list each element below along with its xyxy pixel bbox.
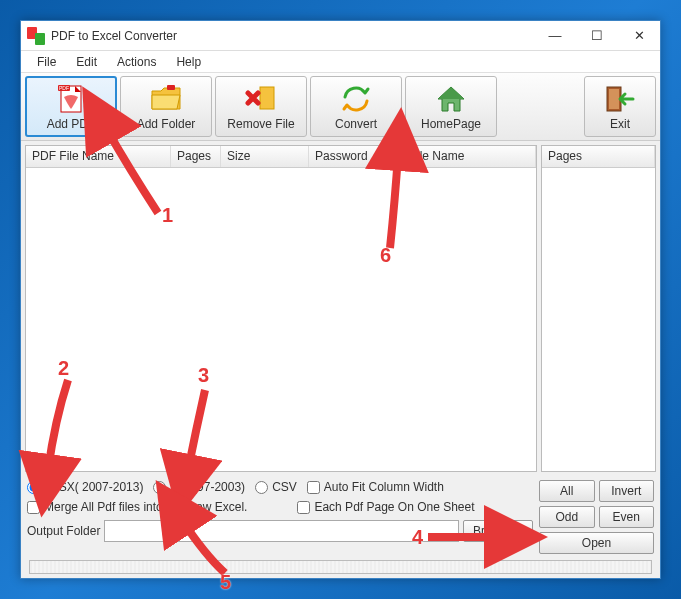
folder-icon <box>149 83 183 115</box>
app-icon <box>27 27 45 45</box>
svg-rect-4 <box>167 85 175 90</box>
annotation-5: 5 <box>220 571 231 594</box>
annotation-1: 1 <box>162 204 173 227</box>
radio-xls[interactable]: XLS(97-2003) <box>153 480 245 494</box>
pages-list[interactable]: Pages <box>541 145 656 472</box>
col-side-pages[interactable]: Pages <box>542 146 655 167</box>
merge-row: Merge All Pdf files into one new Excel. … <box>27 500 533 514</box>
maximize-button[interactable]: ☐ <box>576 21 618 51</box>
output-folder-input[interactable] <box>104 520 459 542</box>
add-pdf-button[interactable]: PDF Add PDF <box>25 76 117 137</box>
minimize-button[interactable]: — <box>534 21 576 51</box>
check-autofit[interactable]: Auto Fit Column Width <box>307 480 444 494</box>
even-button[interactable]: Even <box>599 506 655 528</box>
svg-marker-7 <box>438 87 464 99</box>
window-controls: — ☐ ✕ <box>534 21 660 51</box>
pages-list-header: Pages <box>542 146 655 168</box>
file-list[interactable]: PDF File Name Pages Size Password Full F… <box>25 145 537 472</box>
content-area: PDF File Name Pages Size Password Full F… <box>21 141 660 476</box>
exit-label: Exit <box>610 117 630 131</box>
page-select-buttons: All Invert Odd Even Open <box>539 480 654 554</box>
annotation-6: 6 <box>380 244 391 267</box>
remove-file-button[interactable]: Remove File <box>215 76 307 137</box>
options-panel: XLSX( 2007-2013) XLS(97-2003) CSV Auto F… <box>21 476 660 578</box>
open-button[interactable]: Open <box>539 532 654 554</box>
convert-icon <box>339 83 373 115</box>
titlebar: PDF to Excel Converter — ☐ ✕ <box>21 21 660 51</box>
output-label: Output Folder <box>27 524 100 538</box>
add-pdf-label: Add PDF <box>47 117 96 131</box>
app-window: PDF to Excel Converter — ☐ ✕ File Edit A… <box>20 20 661 579</box>
annotation-4: 4 <box>412 526 423 549</box>
add-folder-button[interactable]: Add Folder <box>120 76 212 137</box>
progress-bar <box>29 560 652 574</box>
remove-file-label: Remove File <box>227 117 294 131</box>
svg-rect-9 <box>609 89 619 109</box>
close-button[interactable]: ✕ <box>618 21 660 51</box>
svg-text:PDF: PDF <box>59 85 69 91</box>
check-each-page[interactable]: Each Pdf Page On One Sheet <box>297 500 474 514</box>
toolbar: PDF Add PDF Add Folder Remove File Conve… <box>21 73 660 141</box>
col-filename[interactable]: PDF File Name <box>26 146 171 167</box>
radio-xlsx-input[interactable] <box>27 481 40 494</box>
convert-label: Convert <box>335 117 377 131</box>
col-fullname[interactable]: Full File Name <box>381 146 536 167</box>
annotation-2: 2 <box>58 357 69 380</box>
check-merge-input[interactable] <box>27 501 40 514</box>
col-size[interactable]: Size <box>221 146 309 167</box>
home-icon <box>434 83 468 115</box>
check-each-page-input[interactable] <box>297 501 310 514</box>
svg-rect-5 <box>260 87 274 109</box>
exit-button[interactable]: Exit <box>584 76 656 137</box>
check-autofit-input[interactable] <box>307 481 320 494</box>
window-title: PDF to Excel Converter <box>51 29 534 43</box>
annotation-3: 3 <box>198 364 209 387</box>
menubar: File Edit Actions Help <box>21 51 660 73</box>
convert-button[interactable]: Convert <box>310 76 402 137</box>
menu-actions[interactable]: Actions <box>107 52 166 72</box>
radio-xls-input[interactable] <box>153 481 166 494</box>
all-button[interactable]: All <box>539 480 595 502</box>
file-list-body[interactable] <box>26 168 536 471</box>
menu-edit[interactable]: Edit <box>66 52 107 72</box>
format-row: XLSX( 2007-2013) XLS(97-2003) CSV Auto F… <box>27 480 533 494</box>
menu-file[interactable]: File <box>27 52 66 72</box>
exit-icon <box>603 83 637 115</box>
menu-help[interactable]: Help <box>166 52 211 72</box>
browse-button[interactable]: Browse... <box>463 520 533 542</box>
odd-button[interactable]: Odd <box>539 506 595 528</box>
radio-csv-input[interactable] <box>255 481 268 494</box>
add-folder-label: Add Folder <box>137 117 196 131</box>
invert-button[interactable]: Invert <box>599 480 655 502</box>
file-list-header: PDF File Name Pages Size Password Full F… <box>26 146 536 168</box>
remove-icon <box>244 83 278 115</box>
pdf-icon: PDF <box>54 83 88 115</box>
col-pages[interactable]: Pages <box>171 146 221 167</box>
pages-list-body[interactable] <box>542 168 655 471</box>
col-password[interactable]: Password <box>309 146 381 167</box>
radio-csv[interactable]: CSV <box>255 480 297 494</box>
output-row: Output Folder Browse... <box>27 520 533 542</box>
radio-xlsx[interactable]: XLSX( 2007-2013) <box>27 480 143 494</box>
homepage-button[interactable]: HomePage <box>405 76 497 137</box>
homepage-label: HomePage <box>421 117 481 131</box>
check-merge[interactable]: Merge All Pdf files into one new Excel. <box>27 500 247 514</box>
